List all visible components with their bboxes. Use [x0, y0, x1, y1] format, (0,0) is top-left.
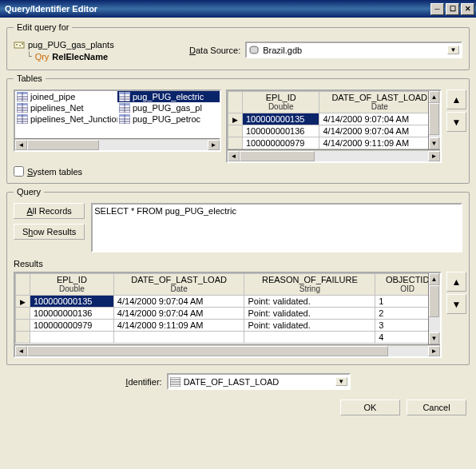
col-header[interactable]: EPL_IDDouble [30, 274, 114, 296]
table-list-item[interactable]: joined_pipe [15, 91, 117, 102]
vscroll-thumb[interactable] [429, 103, 439, 135]
cell-reason [244, 332, 375, 344]
scroll-up-icon[interactable]: ▲ [429, 91, 439, 103]
table-row[interactable]: 1000000009794/14/2000 9:11:09 AM [228, 137, 440, 149]
results-hscroll[interactable]: ◄ ► [15, 344, 440, 356]
table-list-item[interactable]: pug_PUG_petroc [117, 113, 220, 125]
col-header[interactable]: DATE_OF_LAST_LOADDate [113, 274, 244, 296]
edit-query-fieldset: Edit query for pug_PUG_gas_plants └ Qry … [6, 22, 470, 70]
identifier-combo[interactable]: DATE_OF_LAST_LOAD ▼ [167, 373, 351, 390]
table-list-item[interactable]: pipelines_Net_Junctions [15, 113, 117, 125]
field-icon [170, 377, 180, 387]
results-up-button[interactable]: ▲ [446, 272, 466, 292]
cell-epl-id: 100000000136 [243, 125, 319, 137]
hscroll-thumb[interactable] [27, 346, 388, 356]
results-down-button[interactable]: ▼ [446, 294, 466, 314]
table-icon [17, 114, 28, 124]
tables-fieldset: Tables joined_pipepipelines_Netpipelines… [6, 74, 470, 184]
table-list-item[interactable]: pug_PUG_gas_pl [117, 102, 220, 113]
data-source-combo[interactable]: Brazil.gdb ▼ [245, 42, 462, 58]
cell-date: 4/14/2000 9:07:04 AM [319, 113, 440, 125]
table-row[interactable]: 1000000001364/14/2000 9:07:04 AMPoint: v… [16, 308, 440, 320]
row-header[interactable]: ▶ [16, 296, 30, 308]
scroll-right-icon[interactable]: ► [428, 151, 440, 161]
table-name: joined_pipe [30, 92, 75, 101]
hscroll-thumb[interactable] [240, 151, 315, 161]
edit-query-legend: Edit query for [14, 22, 72, 32]
tables-list[interactable]: joined_pipepipelines_Netpipelines_Net_Ju… [14, 89, 221, 152]
table-icon [119, 103, 130, 113]
cell-date: 4/14/2000 9:11:09 AM [113, 320, 244, 332]
scroll-left-icon[interactable]: ◄ [15, 346, 27, 356]
tree-query-name: RelElecName [52, 52, 108, 62]
row-header[interactable] [228, 137, 243, 149]
current-row-icon: ▶ [20, 298, 26, 306]
table-row[interactable]: 1000000009794/14/2000 9:11:09 AMPoint: v… [16, 320, 440, 332]
table-name: pug_PUG_electric [133, 92, 204, 101]
close-button[interactable]: ✕ [461, 3, 474, 15]
tree-query-prefix: Qry [35, 52, 50, 62]
table-row[interactable]: ▶1000000001354/14/2000 9:07:04 AM [228, 113, 440, 125]
vscroll-thumb[interactable] [429, 285, 439, 317]
system-tables-label: System tables [27, 167, 82, 177]
all-records-button[interactable]: All Records [14, 203, 85, 219]
col-header[interactable]: REASON_OF_FAILUREString [244, 274, 375, 296]
identifier-value: DATE_OF_LAST_LOAD [184, 377, 335, 387]
ok-button[interactable]: OK [340, 399, 400, 415]
cell-date [113, 332, 244, 344]
row-header[interactable] [16, 332, 30, 344]
cell-date: 4/14/2000 9:07:04 AM [113, 308, 244, 320]
rowheader-blank [228, 92, 243, 113]
table-icon [17, 103, 28, 113]
minimize-button[interactable]: ─ [430, 3, 444, 15]
table-name: pipelines_Net_Junctions [30, 114, 117, 124]
row-header[interactable] [16, 320, 30, 332]
col-header[interactable]: DATE_OF_LAST_LOADDate [319, 92, 440, 113]
move-up-button[interactable]: ▲ [446, 89, 466, 109]
cell-epl-id [30, 332, 114, 344]
scroll-left-icon[interactable]: ◄ [15, 140, 27, 150]
hscroll-thumb[interactable] [27, 140, 99, 150]
system-tables-checkbox[interactable] [14, 166, 24, 177]
svg-point-1 [16, 44, 18, 46]
scroll-down-icon[interactable]: ▼ [429, 137, 439, 149]
scroll-up-icon[interactable]: ▲ [429, 273, 439, 285]
svg-point-2 [19, 45, 21, 46]
data-source-value: Brazil.gdb [263, 46, 447, 55]
table-row[interactable]: 4 [16, 332, 440, 344]
cancel-button[interactable]: Cancel [407, 399, 466, 415]
cell-epl-id: 100000000979 [30, 320, 114, 332]
row-header[interactable] [16, 308, 30, 320]
table-list-item[interactable]: pug_PUG_electric [117, 91, 220, 102]
col-header[interactable]: EPL_IDDouble [243, 92, 319, 113]
show-results-button[interactable]: Show Results [14, 224, 85, 240]
table-row[interactable]: ▶1000000001354/14/2000 9:07:04 AMPoint: … [16, 296, 440, 308]
move-down-button[interactable]: ▼ [446, 112, 466, 132]
identifier-label: Identifier: [125, 377, 161, 387]
rowheader-blank [16, 274, 30, 296]
row-header[interactable] [228, 125, 243, 137]
maximize-button[interactable]: ☐ [446, 3, 459, 15]
query-textarea[interactable] [91, 203, 462, 252]
tables-preview-grid[interactable]: EPL_IDDoubleDATE_OF_LAST_LOADDate▶100000… [226, 89, 442, 163]
table-row[interactable]: 1000000001364/14/2000 9:07:04 AM [228, 125, 440, 137]
table-icon [119, 114, 130, 124]
tree-query-item[interactable]: └ Qry RelElecName [26, 51, 173, 62]
results-vscroll[interactable]: ▲ ▼ [428, 273, 440, 344]
row-header[interactable]: ▶ [228, 113, 243, 125]
scroll-right-icon[interactable]: ► [428, 346, 440, 356]
tables-hscroll[interactable]: ◄ ► [15, 138, 220, 150]
tree-layer-item[interactable]: pug_PUG_gas_plants [14, 40, 173, 50]
table-name: pug_PUG_gas_pl [133, 103, 202, 113]
table-icon [119, 92, 130, 101]
results-grid[interactable]: EPL_IDDoubleDATE_OF_LAST_LOADDateREASON_… [14, 272, 442, 358]
scroll-down-icon[interactable]: ▼ [429, 332, 439, 344]
scroll-right-icon[interactable]: ► [208, 140, 220, 150]
scroll-left-icon[interactable]: ◄ [228, 151, 240, 161]
tables-legend: Tables [14, 74, 46, 83]
preview-hscroll[interactable]: ◄ ► [228, 149, 440, 161]
tree-layer-label: pug_PUG_gas_plants [28, 40, 114, 50]
table-list-item[interactable]: pipelines_Net [15, 102, 117, 113]
preview-vscroll[interactable]: ▲ ▼ [428, 91, 440, 149]
arrow-up-icon: ▲ [452, 276, 462, 288]
